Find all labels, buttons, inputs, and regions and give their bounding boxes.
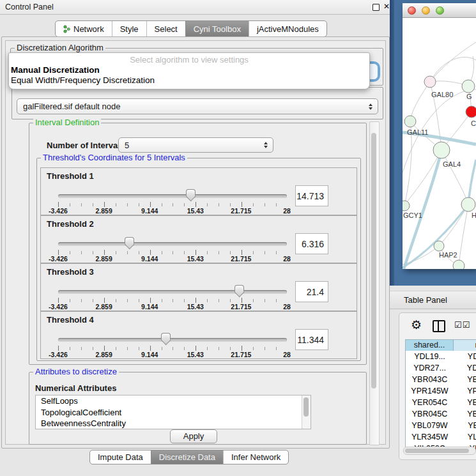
split-columns-icon[interactable] [433, 320, 445, 332]
node-table: shared...n YDL19...YDL1YDR27...YDR2YBR04… [405, 339, 476, 447]
number-of-intervals-combo[interactable]: 5 [118, 137, 273, 153]
tab-cyni-toolbox[interactable]: Cyni Toolbox [185, 21, 249, 36]
gear-icon[interactable]: ⚙ [411, 318, 422, 332]
network-node[interactable] [453, 260, 464, 269]
algorithm-dropdown-popup: Select algorithm to view settings Manual… [8, 52, 370, 89]
group-title: Attributes to discretize [33, 367, 119, 376]
tick-label: 15.43 [187, 255, 204, 263]
table-row[interactable]: YPR145WYPR1 [406, 385, 476, 397]
slider-track[interactable] [58, 338, 287, 342]
list-scrollbar[interactable] [302, 395, 311, 429]
table-row[interactable]: YDR27...YDR2 [406, 362, 476, 374]
tab-select[interactable]: Select [146, 21, 185, 36]
slider-track[interactable] [58, 194, 287, 198]
slider-handle[interactable] [234, 285, 244, 296]
table-toolbar: ⚙ ☑☑ [399, 313, 476, 339]
slider-handle[interactable] [161, 333, 171, 344]
slider-tick-labels: -3.4262.8599.14415.4321.71528 [58, 207, 287, 215]
tab-discretize-data[interactable]: Discretize Data [151, 450, 223, 464]
slider-handle[interactable] [125, 237, 134, 248]
threshold-slider[interactable]: -3.4262.8599.14415.4321.71528 [58, 188, 287, 214]
tab-label: Impute Data [98, 452, 143, 462]
tab-infer-network[interactable]: Infer Network [223, 450, 288, 464]
network-icon [63, 25, 70, 33]
float-window-icon[interactable] [372, 4, 380, 11]
network-node[interactable] [466, 106, 476, 118]
threshold-label: Threshold 1 [47, 171, 94, 181]
network-node[interactable] [404, 116, 416, 127]
group-title: Threshold's Coordinates for 5 Intervals [41, 153, 187, 162]
close-traffic-light-icon[interactable] [408, 6, 416, 15]
tab-label: Select [155, 24, 178, 34]
table-cell: YDR2 [454, 362, 476, 374]
threshold-slider[interactable]: -3.4262.8599.14415.4321.71528 [58, 332, 287, 358]
slider-tick-labels: -3.4262.8599.14415.4321.71528 [58, 303, 287, 311]
combo-value: galFiltered.sif default node [23, 102, 120, 111]
attribute-item[interactable]: SelfLoops [36, 395, 311, 407]
minimize-traffic-light-icon[interactable] [422, 6, 430, 15]
attribute-item[interactable]: TopologicalCoefficient [36, 407, 311, 418]
network-node[interactable] [434, 241, 444, 251]
table-cell: YDL1 [454, 351, 476, 362]
threshold-value-field[interactable]: 14.713 [295, 185, 328, 206]
network-window[interactable]: GAL80GGAL11CGAL4GCY1HHAP2 [403, 3, 476, 269]
threshold-slider[interactable]: -3.4262.8599.14415.4321.71528 [58, 236, 287, 262]
threshold-slider[interactable]: -3.4262.8599.14415.4321.71528 [58, 284, 287, 310]
table-horizontal-scrollbar[interactable] [403, 447, 476, 455]
network-node-label: GAL4 [443, 160, 461, 168]
algorithm-option[interactable]: Manual Discretization [9, 65, 369, 75]
zoom-traffic-light-icon[interactable] [436, 6, 444, 15]
table-row[interactable]: YBR045CYBR0 [406, 408, 476, 420]
network-node-label: GAL11 [407, 128, 428, 136]
network-canvas[interactable]: GAL80GGAL11CGAL4GCY1HHAP2 [403, 18, 476, 269]
checkboxes-icon[interactable]: ☑☑ [454, 320, 470, 330]
threshold-value-field[interactable]: 6.316 [295, 233, 328, 254]
table-data-combo[interactable]: galFiltered.sif default node [17, 98, 378, 114]
tick-label: 21.715 [231, 351, 251, 358]
tick-label: 9.144 [141, 351, 158, 358]
slider-track[interactable] [58, 290, 287, 294]
number-of-intervals-label: Number of Intervals [47, 141, 125, 150]
tab-label: Discretize Data [159, 452, 215, 462]
threshold-value-field[interactable]: 21.4 [295, 281, 328, 302]
spinner-arrows-icon [264, 142, 268, 148]
main-vertical-scrollbar[interactable] [369, 121, 380, 445]
network-node[interactable] [424, 76, 436, 88]
network-node[interactable] [433, 142, 450, 158]
close-icon[interactable]: ✕ [383, 2, 390, 11]
tick-label: 28 [283, 303, 291, 311]
network-node[interactable] [403, 201, 410, 211]
table-row[interactable]: YBL079WYBL0 [406, 420, 476, 431]
attribute-item[interactable]: BetweennessCentrality [36, 418, 311, 429]
tab-jactivemnodules[interactable]: jActiveMNodules [249, 21, 326, 36]
threshold-panel: Threshold 1 -3.4262.8599.14415.4321.7152… [40, 167, 357, 215]
algorithm-option[interactable]: Equal Width/Frequency Discretization [9, 75, 369, 86]
column-header[interactable]: shared... [406, 340, 454, 351]
table-row[interactable]: YDL19...YDL1 [406, 351, 476, 362]
threshold-panel: Threshold 2 -3.4262.8599.14415.4321.7152… [40, 215, 357, 263]
network-node[interactable] [461, 197, 475, 211]
column-header[interactable]: n [454, 340, 476, 351]
slider-track[interactable] [58, 242, 287, 246]
table-cell: YBR045C [406, 408, 454, 420]
table-panel-title: Table Panel [404, 291, 447, 309]
slider-ticks [58, 346, 287, 351]
numerical-attributes-list[interactable]: SelfLoopsTopologicalCoefficientBetweenne… [35, 395, 311, 429]
table-row[interactable]: YBR043CYBR0 [406, 374, 476, 385]
threshold-label: Threshold 4 [47, 315, 94, 325]
network-node[interactable] [462, 80, 475, 93]
tab-impute-data[interactable]: Impute Data [90, 450, 151, 464]
tab-network[interactable]: Network [56, 21, 112, 36]
slider-handle[interactable] [186, 189, 196, 200]
tick-label: 2.859 [95, 207, 112, 215]
table-panel-titlebar: Table Panel [390, 291, 476, 309]
tab-style[interactable]: Style [112, 21, 146, 36]
table-cell: YER054C [406, 397, 454, 408]
tick-label: 21.715 [231, 255, 251, 263]
apply-button[interactable]: Apply [170, 429, 217, 443]
table-row[interactable]: YLR345WYLR3 [406, 431, 476, 443]
table-row[interactable]: YER054CYER0 [406, 397, 476, 408]
network-node-label: GAL80 [431, 91, 453, 98]
threshold-value-field[interactable]: 11.344 [295, 329, 328, 350]
threshold-label: Threshold 2 [47, 219, 94, 229]
